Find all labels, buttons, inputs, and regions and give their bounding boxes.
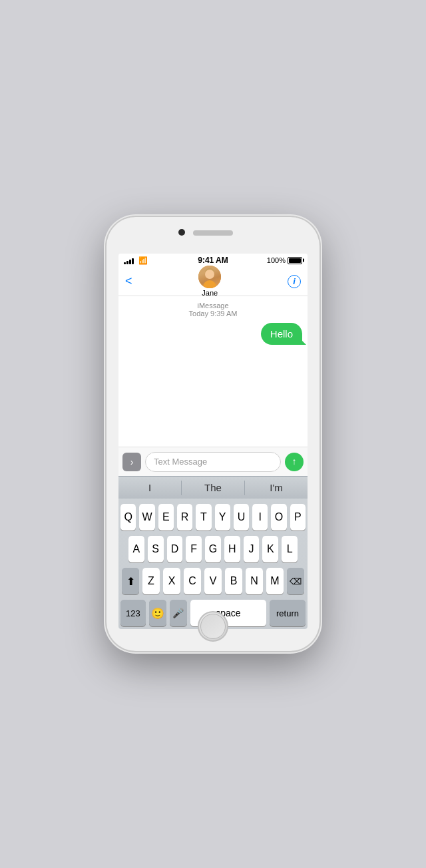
keyboard-row-2: A S D F G H J K L [120, 536, 306, 562]
wifi-icon: 📶 [138, 256, 148, 265]
key-b[interactable]: B [225, 568, 242, 594]
key-n[interactable]: N [246, 568, 263, 594]
status-bar: 📶 9:41 AM 100% [118, 254, 308, 267]
emoji-key[interactable]: 🙂 [149, 600, 166, 626]
key-s[interactable]: S [148, 536, 164, 562]
predictive-word-1[interactable]: I [118, 482, 181, 493]
key-u[interactable]: U [234, 504, 249, 531]
status-left: 📶 [124, 256, 148, 265]
key-y[interactable]: Y [215, 504, 230, 531]
key-e[interactable]: E [158, 504, 174, 531]
key-q[interactable]: Q [120, 504, 136, 531]
message-bubble: Hello [261, 323, 302, 345]
avatar [198, 266, 221, 288]
send-icon: ↑ [292, 456, 297, 467]
battery-icon [288, 257, 302, 264]
back-button[interactable]: < [125, 274, 132, 288]
key-a[interactable]: A [128, 536, 144, 562]
numbers-key[interactable]: 123 [120, 600, 146, 626]
phone-screen: 📶 9:41 AM 100% < Ja [118, 254, 308, 629]
keyboard-row-3: ⬆ Z X C V B N M ⌫ [120, 568, 306, 594]
service-label: iMessage [124, 302, 302, 310]
predictive-word-2[interactable]: The [182, 482, 244, 493]
key-p[interactable]: P [290, 504, 306, 531]
message-time: Today 9:39 AM [124, 310, 302, 318]
shift-key[interactable]: ⬆ [122, 568, 139, 594]
key-m[interactable]: M [266, 568, 284, 594]
key-o[interactable]: O [271, 504, 286, 531]
avatar-image [198, 266, 221, 288]
key-g[interactable]: G [205, 536, 221, 562]
message-bubble-row: Hello [124, 323, 302, 345]
predictive-word-3[interactable]: I'm [245, 482, 308, 493]
mic-key[interactable]: 🎤 [170, 600, 187, 626]
key-x[interactable]: X [163, 568, 180, 594]
speaker [193, 230, 233, 236]
phone-frame: 📶 9:41 AM 100% < Ja [106, 217, 320, 651]
battery-text: 100% [267, 256, 286, 264]
messages-area: iMessage Today 9:39 AM Hello [118, 296, 308, 447]
input-placeholder: Text Message [154, 457, 207, 467]
key-w[interactable]: W [139, 504, 154, 531]
key-c[interactable]: C [184, 568, 201, 594]
delete-key[interactable]: ⌫ [287, 568, 304, 594]
key-v[interactable]: V [204, 568, 222, 594]
signal-bar-4 [132, 258, 134, 264]
signal-bar-1 [124, 262, 126, 264]
camera [178, 229, 185, 236]
contact-info[interactable]: Jane [198, 266, 221, 297]
signal-bar-3 [129, 260, 131, 264]
info-button[interactable]: i [288, 275, 301, 288]
avatar-head [205, 270, 214, 279]
predictive-bar: I The I'm [118, 476, 308, 499]
battery-fill [289, 258, 301, 263]
return-key[interactable]: return [270, 600, 306, 626]
message-input[interactable]: Text Message [145, 452, 281, 472]
home-button[interactable] [198, 611, 228, 642]
key-d[interactable]: D [167, 536, 183, 562]
signal-bar-2 [126, 261, 128, 264]
avatar-body [203, 280, 216, 288]
keyboard-row-1: Q W E R T Y U I O P [120, 504, 306, 531]
key-r[interactable]: R [177, 504, 192, 531]
status-right: 100% [267, 256, 302, 264]
keyboard: Q W E R T Y U I O P A S D F G H J K [118, 499, 308, 629]
key-h[interactable]: H [224, 536, 240, 562]
message-timestamp-header: iMessage Today 9:39 AM [124, 302, 302, 318]
key-z[interactable]: Z [142, 568, 160, 594]
status-time: 9:41 AM [198, 256, 228, 265]
nav-bar: < Jane i [118, 267, 308, 296]
key-k[interactable]: K [262, 536, 278, 562]
key-i[interactable]: I [252, 504, 268, 531]
home-button-inner [200, 614, 226, 639]
key-f[interactable]: F [186, 536, 202, 562]
key-t[interactable]: T [196, 504, 211, 531]
signal-bars [124, 257, 134, 264]
input-bar: › Text Message ↑ [118, 447, 308, 476]
expand-icon: › [130, 457, 134, 467]
key-l[interactable]: L [282, 536, 298, 562]
expand-button[interactable]: › [122, 453, 141, 471]
key-j[interactable]: J [244, 536, 260, 562]
send-button[interactable]: ↑ [285, 453, 304, 471]
